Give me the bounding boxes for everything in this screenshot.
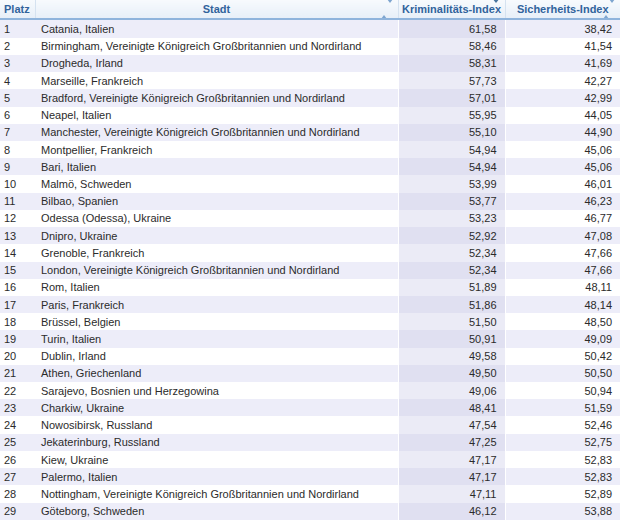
crime-index-cell: 47,17 <box>398 451 505 468</box>
rank-cell: 19 <box>0 330 35 347</box>
safety-index-cell: 52,89 <box>505 485 620 502</box>
crime-index-cell: 51,86 <box>398 296 505 313</box>
city-cell: Dublin, Irland <box>35 348 398 365</box>
city-cell: Nowosibirsk, Russland <box>35 416 398 433</box>
rank-cell: 2 <box>0 38 35 55</box>
table-row: 13 Dnipro, Ukraine 52,92 47,08 <box>0 227 620 244</box>
crime-index-cell: 54,94 <box>398 158 505 175</box>
table-row: 3 Drogheda, Irland 58,31 41,69 <box>0 55 620 72</box>
city-cell: Brüssel, Belgien <box>35 313 398 330</box>
table-row: 8 Montpellier, Frankreich 54,94 45,06 <box>0 141 620 158</box>
crime-index-cell: 58,46 <box>398 38 505 55</box>
crime-index-cell: 57,73 <box>398 72 505 89</box>
safety-index-cell: 48,11 <box>505 279 620 296</box>
city-cell: London, Vereinigte Königreich Großbritan… <box>35 262 398 279</box>
crime-index-cell: 55,95 <box>398 107 505 124</box>
column-header-sicherheits-index-label: Sicherheits-Index <box>517 3 609 15</box>
city-cell: Neapel, Italien <box>35 107 398 124</box>
column-header-stadt[interactable]: Stadt <box>35 0 398 19</box>
column-header-kriminalitaets-index[interactable]: Kriminalitäts-Index <box>398 0 505 19</box>
city-cell: Catania, Italien <box>35 19 398 38</box>
rank-cell: 7 <box>0 124 35 141</box>
safety-index-cell: 49,09 <box>505 330 620 347</box>
city-cell: Birmingham, Vereinigte Königreich Großbr… <box>35 38 398 55</box>
crime-index-cell: 52,34 <box>398 244 505 261</box>
table-row: 21 Athen, Griechenland 49,50 50,50 <box>0 365 620 382</box>
safety-index-cell: 52,83 <box>505 468 620 485</box>
safety-index-cell: 50,94 <box>505 382 620 399</box>
city-cell: Rom, Italien <box>35 279 398 296</box>
rank-cell: 20 <box>0 348 35 365</box>
safety-index-cell: 44,90 <box>505 124 620 141</box>
header-row: Platz Stadt Kriminalitäts-Index Sicherhe… <box>0 0 620 19</box>
table-row: 18 Brüssel, Belgien 51,50 48,50 <box>0 313 620 330</box>
rank-cell: 11 <box>0 193 35 210</box>
rank-cell: 25 <box>0 434 35 451</box>
safety-index-cell: 46,23 <box>505 193 620 210</box>
column-header-stadt-label: Stadt <box>203 3 231 15</box>
crime-index-cell: 49,50 <box>398 365 505 382</box>
safety-index-cell: 44,05 <box>505 107 620 124</box>
city-cell: Montpellier, Frankreich <box>35 141 398 158</box>
crime-index-cell: 55,10 <box>398 124 505 141</box>
city-cell: Bradford, Vereinigte Königreich Großbrit… <box>35 89 398 106</box>
safety-index-cell: 52,83 <box>505 451 620 468</box>
crime-index-cell: 52,34 <box>398 262 505 279</box>
safety-index-cell: 41,69 <box>505 55 620 72</box>
safety-index-cell: 47,66 <box>505 244 620 261</box>
rank-cell: 29 <box>0 503 35 520</box>
crime-index-cell: 49,58 <box>398 348 505 365</box>
table-row: 15 London, Vereinigte Königreich Großbri… <box>0 262 620 279</box>
table-row: 14 Grenoble, Frankreich 52,34 47,66 <box>0 244 620 261</box>
column-header-kriminalitaets-index-label: Kriminalitäts-Index <box>402 3 501 15</box>
safety-index-cell: 52,75 <box>505 434 620 451</box>
city-cell: Manchester, Vereinigte Königreich Großbr… <box>35 124 398 141</box>
crime-index-cell: 50,91 <box>398 330 505 347</box>
city-cell: Charkiw, Ukraine <box>35 399 398 416</box>
crime-index-cell: 51,89 <box>398 279 505 296</box>
crime-index-cell: 49,06 <box>398 382 505 399</box>
column-header-sicherheits-index[interactable]: Sicherheits-Index <box>505 0 620 19</box>
rank-cell: 13 <box>0 227 35 244</box>
table-row: 5 Bradford, Vereinigte Königreich Großbr… <box>0 89 620 106</box>
table-row: 25 Jekaterinburg, Russland 47,25 52,75 <box>0 434 620 451</box>
rank-cell: 12 <box>0 210 35 227</box>
crime-index-table: Platz Stadt Kriminalitäts-Index Sicherhe… <box>0 0 620 520</box>
rank-cell: 17 <box>0 296 35 313</box>
safety-index-cell: 42,99 <box>505 89 620 106</box>
city-cell: Odessa (Odessa), Ukraine <box>35 210 398 227</box>
crime-index-cell: 54,94 <box>398 141 505 158</box>
rank-cell: 5 <box>0 89 35 106</box>
city-crime-ranking-table-wrap: Platz Stadt Kriminalitäts-Index Sicherhe… <box>0 0 620 520</box>
safety-index-cell: 41,54 <box>505 38 620 55</box>
crime-index-cell: 57,01 <box>398 89 505 106</box>
table-row: 27 Palermo, Italien 47,17 52,83 <box>0 468 620 485</box>
city-cell: Bilbao, Spanien <box>35 193 398 210</box>
table-row: 23 Charkiw, Ukraine 48,41 51,59 <box>0 399 620 416</box>
crime-index-cell: 52,92 <box>398 227 505 244</box>
table-row: 6 Neapel, Italien 55,95 44,05 <box>0 107 620 124</box>
rank-cell: 18 <box>0 313 35 330</box>
table-row: 29 Göteborg, Schweden 46,12 53,88 <box>0 503 620 520</box>
city-cell: Kiew, Ukraine <box>35 451 398 468</box>
safety-index-cell: 46,77 <box>505 210 620 227</box>
rank-cell: 4 <box>0 72 35 89</box>
rank-cell: 8 <box>0 141 35 158</box>
table-row: 10 Malmö, Schweden 53,99 46,01 <box>0 175 620 192</box>
city-cell: Nottingham, Vereinigte Königreich Großbr… <box>35 485 398 502</box>
table-row: 11 Bilbao, Spanien 53,77 46,23 <box>0 193 620 210</box>
city-cell: Sarajevo, Bosnien und Herzegowina <box>35 382 398 399</box>
table-row: 20 Dublin, Irland 49,58 50,42 <box>0 348 620 365</box>
city-cell: Paris, Frankreich <box>35 296 398 313</box>
city-cell: Dnipro, Ukraine <box>35 227 398 244</box>
crime-index-cell: 53,77 <box>398 193 505 210</box>
rank-cell: 24 <box>0 416 35 433</box>
safety-index-cell: 45,06 <box>505 158 620 175</box>
city-cell: Bari, Italien <box>35 158 398 175</box>
safety-index-cell: 46,01 <box>505 175 620 192</box>
safety-index-cell: 48,50 <box>505 313 620 330</box>
crime-index-cell: 47,54 <box>398 416 505 433</box>
table-body: 1 Catania, Italien 61,58 38,42 2 Birming… <box>0 19 620 520</box>
column-header-platz-label: Platz <box>4 3 30 15</box>
table-row: 22 Sarajevo, Bosnien und Herzegowina 49,… <box>0 382 620 399</box>
